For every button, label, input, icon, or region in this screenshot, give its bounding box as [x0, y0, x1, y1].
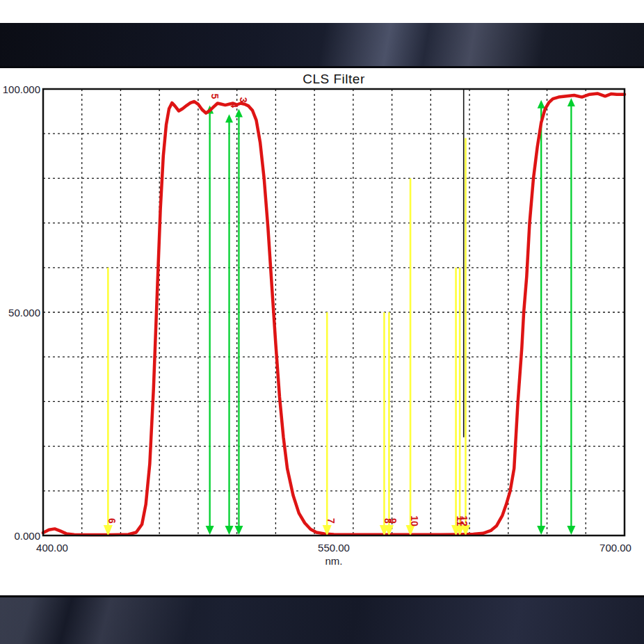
green-arrow-head-up	[538, 100, 545, 108]
green-arrow-head-down	[537, 526, 545, 535]
green-arrow-head-down	[567, 526, 575, 535]
green-arrow-head-down	[234, 526, 243, 535]
screenshot-canvas: CLS Filter 100.000 50.000 0.000 400.00 5…	[0, 0, 644, 644]
marker-number-label: 9	[387, 518, 399, 524]
green-arrow-head-up	[225, 114, 233, 122]
transmission-curve	[43, 93, 625, 535]
marker-number-label: 12	[458, 515, 469, 526]
marker-number-label: 6	[106, 518, 118, 524]
green-arrow-head-up	[235, 109, 243, 118]
marker-number-label: 7	[325, 518, 337, 524]
marker-number-label: 3	[238, 97, 249, 103]
marker-number-label: 10	[409, 515, 420, 526]
green-arrow-head-up	[567, 98, 575, 106]
marker-number-label: 5	[209, 93, 220, 99]
spectrum-plot[interactable]: 6789101112543	[0, 0, 644, 644]
green-arrow-head-down	[206, 526, 214, 535]
green-arrow-head-down	[225, 526, 234, 535]
marker-number-label: 4	[229, 102, 240, 108]
